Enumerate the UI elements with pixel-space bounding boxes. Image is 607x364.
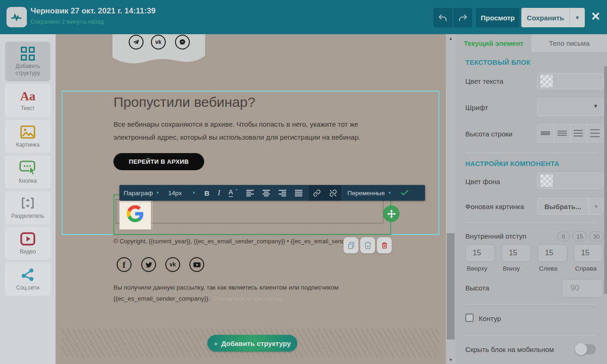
twitter-icon[interactable] — [141, 257, 156, 272]
youtube-icon[interactable] — [189, 257, 204, 272]
email-heading[interactable]: Пропустили вебинар? — [113, 94, 255, 110]
panel-scrollbar-thumb[interactable] — [604, 66, 607, 294]
blocks-sidebar: Добавить структуру Aa Текст Картинка Кно… — [0, 34, 56, 364]
messenger-icon[interactable] — [175, 35, 190, 49]
vk-footer-icon[interactable]: vk — [165, 257, 180, 272]
scroll-up-icon[interactable]: ▲ — [446, 36, 456, 41]
padding-preset-15[interactable]: 15 — [572, 231, 587, 241]
toggle-knob — [575, 343, 587, 355]
email-archive-button[interactable]: ПЕРЕЙТИ В АРХИВ — [113, 153, 204, 170]
height-label: Высота — [465, 284, 489, 292]
align-center-button[interactable] — [258, 185, 275, 201]
unsubscribe-link[interactable]: Отказаться от рассылки. — [212, 295, 283, 302]
redo-button[interactable] — [453, 8, 472, 27]
italic-button[interactable]: I — [213, 185, 224, 201]
email-copyright-text[interactable]: © Copyright, {{current_year}}, {{ec_es_e… — [113, 238, 354, 245]
divider-icon — [19, 196, 36, 210]
bg-color-picker[interactable] — [537, 173, 603, 189]
padding-preset-30[interactable]: 30 — [589, 231, 604, 241]
line-height-option-1[interactable] — [538, 124, 554, 142]
align-justify-button[interactable] — [291, 185, 307, 201]
vk-icon[interactable]: vk — [151, 35, 166, 49]
sidebar-item-add-structure[interactable]: Добавить структуру — [5, 42, 50, 81]
divider — [465, 222, 596, 223]
save-dropdown-caret[interactable]: ▼ — [569, 8, 585, 27]
line-height-option-3[interactable] — [570, 124, 587, 142]
share-icon — [20, 267, 36, 282]
copy-icon — [347, 241, 355, 249]
settings-panel: Текущий элемент Тело письма ТЕКСТОВЫЙ БЛ… — [456, 34, 607, 364]
sidebar-item-video[interactable]: Видео — [5, 227, 50, 260]
tab-current-element[interactable]: Текущий элемент — [456, 34, 532, 52]
document-title: Черновик 27 окт. 2021 г. 14:11:39 — [31, 6, 156, 16]
padding-preset-0[interactable]: 0 — [557, 231, 570, 241]
text-color-button[interactable]: A▼ — [225, 185, 243, 201]
email-footer-text: Вы получили данную рассылку, так как явл… — [113, 282, 354, 304]
google-logo-image[interactable] — [119, 198, 151, 229]
padding-label: Внутренний отступ — [465, 232, 526, 240]
chevron-down-icon: ▼ — [235, 188, 238, 191]
sidebar-item-button[interactable]: Кнопка — [5, 155, 50, 189]
bg-image-dropdown-caret[interactable]: ▼ — [589, 198, 603, 215]
structure-grid-icon — [21, 47, 35, 61]
align-left-button[interactable] — [242, 185, 258, 201]
padding-top-input[interactable] — [465, 244, 495, 262]
padding-right-input[interactable] — [574, 244, 603, 262]
sidebar-item-divider[interactable]: Разделитель — [5, 191, 50, 224]
tab-email-body[interactable]: Тело письма — [532, 34, 607, 52]
canvas-scrollbar-thumb[interactable] — [447, 233, 455, 339]
unlink-button[interactable] — [325, 185, 341, 201]
padding-left-label: Слева — [539, 265, 557, 272]
text-icon: Aa — [20, 90, 36, 103]
variables-dropdown[interactable]: Переменные▼ — [343, 185, 396, 201]
font-size-dropdown[interactable]: 14px▼ — [164, 185, 200, 201]
sidebar-item-image[interactable]: Картинка — [5, 120, 50, 153]
choose-bg-image-button[interactable]: Выбрать... — [537, 198, 588, 215]
paragraph-style-dropdown[interactable]: Параграф▼ — [119, 185, 164, 201]
sidebar-item-text[interactable]: Aa Текст — [5, 84, 50, 117]
align-right-button[interactable] — [275, 185, 291, 201]
save-button[interactable]: Сохранить — [521, 8, 569, 27]
duplicate-element-button[interactable] — [344, 237, 358, 253]
bold-button[interactable]: B — [200, 185, 213, 201]
apply-check-button[interactable] — [396, 185, 413, 201]
outline-checkbox[interactable] — [465, 314, 474, 322]
divider — [465, 335, 596, 336]
hide-mobile-toggle[interactable] — [576, 344, 596, 354]
telegram-icon[interactable] — [129, 35, 144, 49]
link-button[interactable] — [309, 185, 325, 201]
save-to-library-button[interactable] — [360, 237, 375, 253]
column-guide-line — [152, 198, 152, 229]
line-height-option-4[interactable] — [587, 124, 603, 142]
line-height-option-2[interactable] — [554, 124, 571, 142]
video-icon — [20, 232, 36, 246]
height-input[interactable] — [562, 279, 603, 297]
divider — [465, 153, 596, 153]
font-select[interactable]: ▼ — [537, 98, 603, 116]
canvas-scrollbar[interactable]: ▲ ▼ — [446, 34, 456, 364]
facebook-icon[interactable]: f — [117, 257, 131, 272]
add-structure-button[interactable]: + Добавить структуру — [207, 335, 297, 352]
bg-image-label: Фоновая картинка — [465, 203, 524, 210]
move-handle[interactable] — [383, 205, 400, 222]
text-element-dotted-outline — [116, 199, 383, 223]
line-height-options — [537, 124, 603, 142]
preview-button[interactable]: Просмотр — [476, 8, 519, 27]
email-canvas: vk Пропустили вебинар? Все вебинары сохр… — [56, 34, 446, 364]
sidebar-item-social[interactable]: Соц.сети — [5, 262, 50, 296]
chevron-down-icon: ▼ — [156, 191, 160, 195]
text-color-picker[interactable] — [537, 73, 603, 89]
email-paragraph[interactable]: Все вебинары сохраняются в архиве. Чтобы… — [113, 118, 388, 144]
chevron-down-icon: ▼ — [388, 191, 392, 195]
padding-left-input[interactable] — [538, 244, 567, 262]
scroll-down-icon[interactable]: ▼ — [446, 358, 456, 362]
undo-button[interactable] — [433, 8, 452, 27]
trash-icon — [381, 241, 388, 249]
app-logo-icon[interactable] — [6, 7, 27, 27]
bg-color-label: Цвет фона — [465, 178, 500, 185]
padding-bottom-input[interactable] — [501, 244, 531, 262]
close-button[interactable]: ✕ — [591, 10, 601, 23]
redo-icon — [458, 13, 468, 23]
delete-element-button[interactable] — [377, 237, 392, 253]
hide-mobile-label: Скрыть блок на мобильном — [465, 345, 554, 353]
